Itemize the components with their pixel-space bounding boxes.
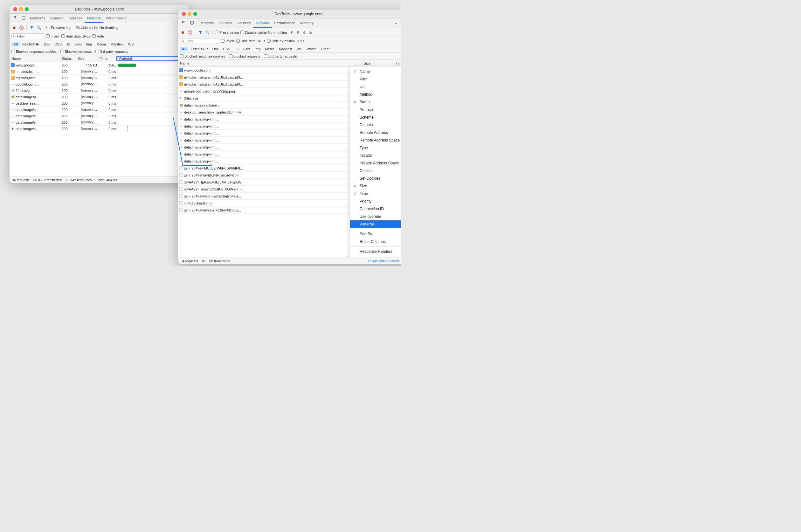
type-btn-css[interactable]: CSS: [53, 42, 63, 46]
throttle-dropdown-icon[interactable]: ▼: [289, 30, 294, 35]
devtools-window-large[interactable]: DevTools - www.google.com/ Elements Cons…: [178, 10, 401, 264]
table-row[interactable]: d www.google.... 200 77.5 kB 156..: [9, 62, 189, 69]
minimize-button-large[interactable]: [188, 12, 191, 16]
device-icon[interactable]: [20, 15, 27, 22]
blocked-3rd-check[interactable]: 3rd-party requests: [95, 50, 128, 53]
type-btn-font-lg[interactable]: Font: [241, 47, 252, 51]
devtools-window-small[interactable]: DevTools - www.google.com/ Elements Cons…: [9, 5, 189, 183]
th-name-lg[interactable]: Name: [178, 61, 362, 65]
menu-item-type[interactable]: Type: [350, 144, 401, 152]
invert-check[interactable]: Invert: [46, 34, 59, 38]
table-rows-small[interactable]: d www.google.... 200 77.5 kB 156.. s m=c…: [9, 62, 189, 176]
type-btn-js-lg[interactable]: JS: [233, 47, 241, 51]
menu-item-remote-address-space[interactable]: Remote Address Space: [350, 136, 401, 144]
hide-ext-check[interactable]: Hide: [92, 34, 104, 38]
menu-item-url[interactable]: Url: [350, 83, 401, 91]
tab-elements-lg[interactable]: Elements: [196, 18, 216, 28]
inspect-icon[interactable]: [12, 15, 20, 22]
blocked-3rd-check-lg[interactable]: 3rd-party requests: [264, 54, 297, 58]
filter-input-wrap-lg[interactable]: [180, 38, 219, 44]
record-button-lg[interactable]: ⏺: [180, 30, 186, 35]
menu-item-set-cookies[interactable]: Set Cookies: [350, 175, 401, 182]
menu-item-protocol[interactable]: Protocol: [350, 106, 401, 114]
type-btn-wasm-lg[interactable]: Wasm: [305, 47, 319, 51]
preserve-log-input-lg[interactable]: [215, 31, 218, 34]
tab-network-lg[interactable]: Network: [253, 18, 271, 28]
tab-console-lg[interactable]: Console: [216, 18, 235, 28]
menu-item-response-headers[interactable]: Response Headers ▶: [350, 248, 401, 255]
blocked-cookies-check-lg[interactable]: Blocked response cookies: [180, 54, 225, 58]
type-btn-media-lg[interactable]: Media: [263, 47, 276, 51]
menu-item-scheme[interactable]: Scheme: [350, 114, 401, 121]
preserve-log-check-lg[interactable]: Preserve log: [215, 31, 239, 34]
type-btn-fetch[interactable]: Fetch/XHR: [20, 42, 41, 46]
close-button-large[interactable]: [182, 12, 186, 16]
type-btn-other-lg[interactable]: Other: [319, 47, 332, 51]
table-row[interactable]: — desktop_sear... 200 (memory ... 0 ms: [9, 100, 189, 107]
tab-memory-lg[interactable]: Memory: [298, 18, 316, 28]
traffic-lights-large[interactable]: [182, 12, 197, 16]
table-row[interactable]: G 24px.svg 200 (memory ... 0 ms: [9, 88, 189, 94]
type-btn-doc-lg[interactable]: Doc: [210, 47, 221, 51]
no-throttling-text[interactable]: No throttling: [99, 26, 118, 30]
table-row[interactable]: △ data:image/s... 200 (memory ... 0 ms: [9, 113, 189, 119]
type-btn-manifest-lg[interactable]: Manifest: [277, 47, 294, 51]
maximize-button-small[interactable]: [25, 7, 28, 11]
table-row[interactable]: 🌿 data:image/p... 200 (memory ... 0 ms: [9, 94, 189, 100]
traffic-lights-small[interactable]: [13, 7, 28, 11]
type-btn-media[interactable]: Media: [94, 42, 108, 46]
preserve-log-input[interactable]: [46, 26, 50, 29]
filter-icon[interactable]: [29, 25, 35, 31]
disable-cache-input[interactable]: [72, 26, 75, 29]
menu-item-connection-id[interactable]: Connection ID: [350, 205, 401, 213]
tab-console[interactable]: Console: [48, 14, 66, 23]
more-tabs-icon-lg[interactable]: »: [392, 19, 399, 27]
menu-item-size[interactable]: ✓ Size: [350, 182, 401, 190]
table-row[interactable]: s m=cdos,hsm,... 200 (memory ... 0 ms: [9, 69, 189, 75]
search-icon[interactable]: 🔍: [36, 25, 42, 31]
type-btn-js[interactable]: JS: [64, 42, 72, 46]
menu-item-remote-address[interactable]: Remote Address: [350, 129, 401, 136]
blocked-requests-check-lg[interactable]: Blocked requests: [229, 54, 260, 58]
device-icon-lg[interactable]: [188, 19, 196, 27]
table-row[interactable]: ✕ data:image/s... 200 (memory ... 0 ms: [9, 107, 189, 113]
blocked-cookies-check[interactable]: Blocked response cookies: [12, 50, 57, 53]
menu-item-domain[interactable]: Domain: [350, 121, 401, 129]
hide-ext-check-lg[interactable]: Hide extension URLs: [267, 39, 304, 43]
clear-button-lg[interactable]: 🚫: [187, 30, 193, 35]
type-btn-ws-lg[interactable]: WS: [295, 47, 304, 51]
table-row[interactable]: ≋ data:image/s... 200 (memory ... 0 ms: [9, 119, 189, 126]
th-time-lg[interactable]: Time: [394, 61, 401, 65]
wifi-icon[interactable]: [295, 30, 301, 35]
disable-cache-check-lg[interactable]: Disable cache: [241, 31, 267, 34]
type-btn-all-lg[interactable]: All: [180, 47, 188, 51]
download-icon[interactable]: [308, 30, 313, 35]
minimize-button-small[interactable]: [19, 7, 23, 11]
tab-performance[interactable]: Performance: [103, 14, 129, 23]
type-btn-img-lg[interactable]: Img: [253, 47, 262, 51]
tab-elements[interactable]: Elements: [27, 14, 48, 23]
filter-input-lg[interactable]: [186, 39, 217, 43]
type-btn-all[interactable]: All: [12, 42, 20, 46]
type-btn-font[interactable]: Font: [73, 42, 84, 46]
menu-item-waterfall[interactable]: Waterfall: [350, 221, 401, 228]
table-row[interactable]: ✱ data:image/s... 200 (memory ... 0 ms: [9, 126, 189, 132]
th-name[interactable]: Name: [9, 57, 60, 60]
table-row[interactable]: s m=cdos,hsm,... 200 (memory ... 0 ms: [9, 75, 189, 81]
record-button[interactable]: ⏺: [12, 25, 17, 31]
menu-item-status[interactable]: ✓ Status: [350, 98, 401, 106]
table-row[interactable]: — googlelogo_c... 200 (memory ... 0 ms: [9, 81, 189, 88]
menu-item-priority[interactable]: Priority: [350, 197, 401, 205]
menu-item-time[interactable]: ✓ Time: [350, 190, 401, 197]
search-icon-lg[interactable]: 🔍: [205, 30, 210, 35]
menu-item-name[interactable]: ✓ Name: [350, 68, 401, 75]
clear-button[interactable]: 🚫: [18, 25, 24, 31]
disable-cache-check[interactable]: Disable cache: [72, 26, 98, 30]
type-btn-fetch-lg[interactable]: Fetch/XHR: [189, 47, 210, 51]
menu-item-method[interactable]: Method: [350, 91, 401, 98]
type-btn-img[interactable]: Img: [84, 42, 94, 46]
type-btn-ws[interactable]: WS: [126, 42, 136, 46]
invert-check-lg[interactable]: Invert: [221, 39, 234, 43]
th-size[interactable]: Size: [76, 57, 99, 60]
menu-item-reset-columns[interactable]: Reset Columns: [350, 238, 401, 246]
